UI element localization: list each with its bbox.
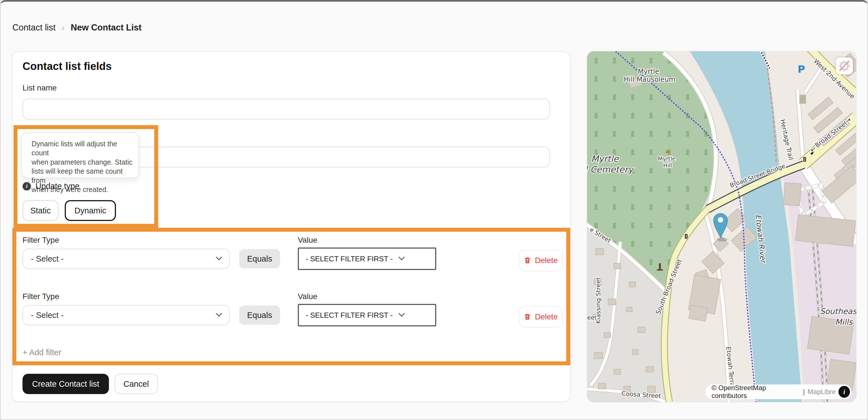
chevron-right-icon: › [62,23,64,32]
filter-type-select-value: - Select - [31,254,64,263]
page-title: Contact list fields [23,60,112,73]
map-panel[interactable]: Myrtle Hill Mausoleum Myrtle ll Cemetery… [587,51,856,402]
value-label: Value [298,292,317,301]
monument-icon [659,263,661,270]
contact-list-form-card: Contact list fields List name Dynamic li… [12,51,571,402]
add-filter-link[interactable]: + Add filter [23,348,61,357]
chevron-down-icon [399,254,405,260]
filter-type-select[interactable]: - Select - [23,249,230,269]
chevron-down-icon [399,310,405,317]
value-select-value: - SELECT FILTER FIRST - [306,255,393,263]
delete-label: Delete [535,256,558,265]
filter-type-label: Filter Type [23,292,59,301]
delete-label: Delete [535,312,558,321]
cancel-button[interactable]: Cancel [115,374,158,394]
tooltip-line: Dynamic lists will adjust the count [32,139,133,158]
chevron-down-icon [216,310,222,317]
tooltip-line: when parameters change. Static [32,158,133,167]
value-select-value: - SELECT FILTER FIRST - [306,311,393,320]
value-label: Value [298,236,317,245]
form-actions: Create Contact list Cancel [23,374,158,394]
map-canvas: Myrtle Hill Mausoleum Myrtle ll Cemetery… [587,51,856,402]
compass-reset-button[interactable] [836,57,853,75]
operator-button[interactable]: Equals [239,249,280,268]
parking-icon: P [798,63,805,75]
list-name-label: List name [23,83,57,92]
chevron-down-icon [216,254,222,260]
delete-filter-button[interactable]: Delete [519,306,562,328]
value-select[interactable]: - SELECT FILTER FIRST - [298,304,436,327]
delete-filter-button[interactable]: Delete [519,250,562,271]
update-type-tooltip: Dynamic lists will adjust the count when… [21,133,139,178]
map-attribution: © OpenStreetMap contributors | MapLibre … [705,385,852,399]
attribution-separator: | [803,388,805,396]
osm-attribution-link[interactable]: © OpenStreetMap contributors [712,384,800,400]
update-type-option-dynamic[interactable]: Dynamic [65,200,116,221]
list-name-input[interactable] [23,99,550,119]
traffic-signal-icon [803,157,806,162]
filter-type-select[interactable]: - Select - [23,305,230,325]
update-type-option-static[interactable]: Static [23,200,59,221]
operator-button[interactable]: Equals [239,306,280,325]
filter-type-select-value: - Select - [31,311,64,320]
breadcrumb: Contact list › New Contact List [12,23,142,33]
traffic-signal-icon [685,234,688,239]
trash-icon [524,313,531,321]
compass-icon [838,59,851,73]
info-icon[interactable]: i [23,182,31,191]
update-type-label: Update type [35,181,80,191]
create-contact-list-button[interactable]: Create Contact list [23,374,109,394]
maplibre-link[interactable]: MapLibre [807,388,836,396]
trash-icon [524,256,531,264]
attribution-info-icon[interactable]: i [838,386,850,398]
breadcrumb-current: New Contact List [71,23,141,33]
street-label: eet [587,314,597,321]
breadcrumb-parent-link[interactable]: Contact list [12,23,56,33]
filter-type-label: Filter Type [23,236,59,245]
app-window: Contact list › New Contact List Contact … [0,0,868,420]
update-type-row: i Update type [23,181,80,191]
value-select[interactable]: - SELECT FILTER FIRST - [298,248,436,270]
